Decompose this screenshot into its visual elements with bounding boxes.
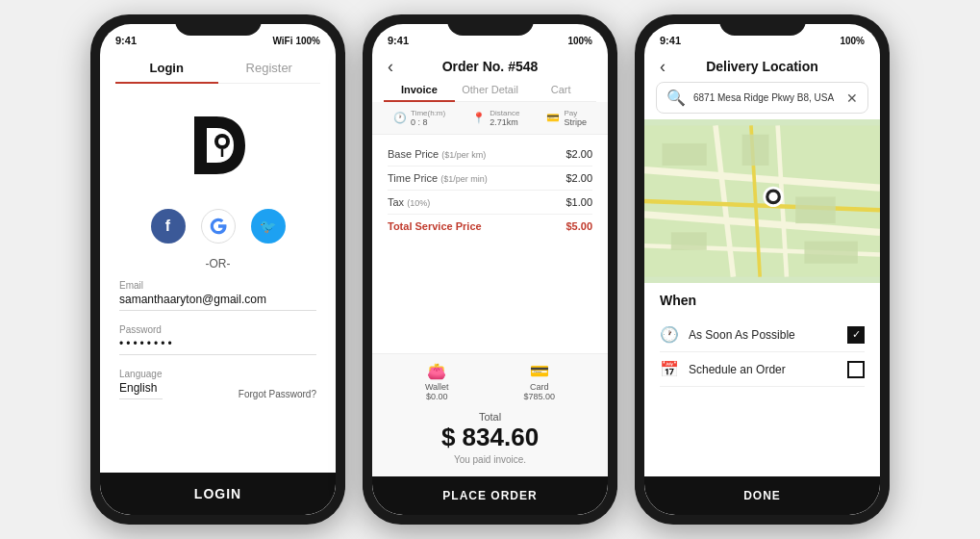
language-field: Language English Forgot Password? [119,369,316,399]
login-tabs: Login Register [115,53,320,84]
distance-info: 📍 Distance 2.71km [472,109,519,127]
delivery-title: Delivery Location [706,59,818,74]
payment-methods: 👛 Wallet $0.00 💳 Card $785.00 [388,362,592,401]
or-divider: -OR- [100,257,336,270]
base-price-row: Base Price ($1/per km) $2.00 [388,142,592,167]
password-field: Password •••••••• [119,324,316,355]
payment-icon: 💳 [546,112,560,124]
order-header: ‹ Order No. #548 [372,53,608,78]
search-value[interactable]: 6871 Mesa Ridge Pkwy B8, USA [693,92,839,103]
search-bar[interactable]: 🔍 6871 Mesa Ridge Pkwy B8, USA ✕ [656,82,868,114]
total-amount: $ 834.60 [388,423,592,452]
pay-info: 💳 Pay Stripe [546,109,587,127]
asap-checkbox[interactable]: ✓ [847,326,865,344]
language-value: English [119,381,163,399]
pay-label: Pay [564,109,587,117]
wallet-label: Wallet [425,382,449,392]
status-icons-2: 100% [567,36,592,46]
password-value[interactable]: •••••••• [119,337,316,355]
svg-rect-13 [671,232,707,249]
email-value[interactable]: samanthaaryton@gmail.com [119,293,316,311]
clock-icon-when: 🕐 [660,325,679,344]
total-service-amount: $5.00 [565,220,592,232]
card-label: Card [530,382,549,392]
base-price-amount: $2.00 [565,148,592,160]
place-order-button[interactable]: PLACE ORDER [372,476,608,515]
asap-label: As Soon As Possible [689,328,838,342]
password-label: Password [119,324,316,335]
battery-icon-1: 100% [295,36,320,46]
total-service-row: Total Service Price $5.00 [388,215,592,238]
time-price-amount: $2.00 [565,172,592,184]
check-mark-icon: ✓ [852,328,861,341]
distance-value: 2.71km [490,117,519,127]
battery-icon-2: 100% [567,36,592,46]
tab-login[interactable]: Login [115,53,218,83]
tab-other-detail[interactable]: Other Detail [455,78,526,101]
total-service-label: Total Service Price [388,220,482,232]
svg-point-16 [768,192,777,201]
forgot-password-link[interactable]: Forgot Password? [239,389,316,399]
time-label: Time(h:m) [411,109,445,117]
pay-value: Stripe [564,117,587,127]
order-title: Order No. #548 [442,59,539,74]
invoice-tabs: Invoice Other Detail Cart [384,78,596,102]
status-icons-1: WiFi 100% [272,36,320,46]
schedule-label: Schedule an Order [689,363,838,376]
when-option-asap[interactable]: 🕐 As Soon As Possible ✓ [660,318,865,352]
tab-register[interactable]: Register [218,53,321,83]
tax-row: Tax (10%) $1.00 [388,191,592,215]
svg-rect-11 [742,135,769,166]
done-button[interactable]: DONE [644,476,880,515]
when-option-schedule[interactable]: 📅 Schedule an Order [660,352,865,387]
distance-label: Distance [490,109,519,117]
twitter-icon[interactable]: 🐦 [251,209,286,244]
tab-cart[interactable]: Cart [525,78,596,101]
back-button-delivery[interactable]: ‹ [660,57,666,77]
phone-delivery: 9:41 100% ‹ Delivery Location 🔍 6871 Mes… [635,14,890,525]
schedule-checkbox[interactable] [847,361,865,378]
base-price-label: Base Price ($1/per km) [388,148,486,160]
svg-rect-12 [795,196,836,223]
card-method: 💳 Card $785.00 [524,362,556,401]
tax-label: Tax (10%) [388,196,430,208]
logo-area [100,84,336,199]
tab-invoice[interactable]: Invoice [384,78,455,101]
total-label: Total [388,411,592,423]
paid-note: You paid invoice. [388,454,592,465]
when-title: When [660,293,865,308]
wallet-amount: $0.00 [426,392,448,401]
status-icons-3: 100% [840,36,865,46]
email-label: Email [119,280,316,291]
card-icon: 💳 [530,362,549,380]
notch-1 [175,14,262,36]
facebook-icon[interactable]: f [151,209,186,244]
invoice-prices: Base Price ($1/per km) $2.00 Time Price … [372,135,608,353]
clear-search-icon[interactable]: ✕ [846,90,858,106]
wallet-icon: 👛 [427,362,446,380]
status-time-2: 9:41 [388,35,409,46]
tax-amount: $1.00 [565,196,592,208]
svg-rect-14 [804,242,857,264]
battery-icon-3: 100% [840,36,865,46]
time-price-label: Time Price ($1/per min) [388,172,488,184]
email-field: Email samanthaaryton@gmail.com [119,280,316,311]
wifi-icon-1: WiFi [272,36,292,46]
back-button[interactable]: ‹ [388,57,393,77]
search-icon: 🔍 [666,89,686,107]
total-section: Total $ 834.60 You paid invoice. [388,407,592,469]
phone-login: 9:41 WiFi 100% Login Register [90,14,345,525]
delivery-header: ‹ Delivery Location [644,53,880,78]
notch-3 [719,14,806,36]
google-icon[interactable] [201,209,236,244]
status-time-1: 9:41 [115,35,137,46]
invoice-info-bar: 🕐 Time(h:m) 0 : 8 📍 Distance 2.71km 💳 [372,102,608,135]
clock-icon: 🕐 [393,112,407,124]
social-icons: f 🐦 [100,209,336,244]
payment-section: 👛 Wallet $0.00 💳 Card $785.00 Total $ 83… [372,353,608,476]
time-value: 0 : 8 [411,117,445,127]
login-form: Email samanthaaryton@gmail.com Password … [100,280,336,413]
login-button[interactable]: LOGIN [100,473,336,515]
svg-point-1 [218,138,226,145]
calendar-icon: 📅 [660,360,679,378]
